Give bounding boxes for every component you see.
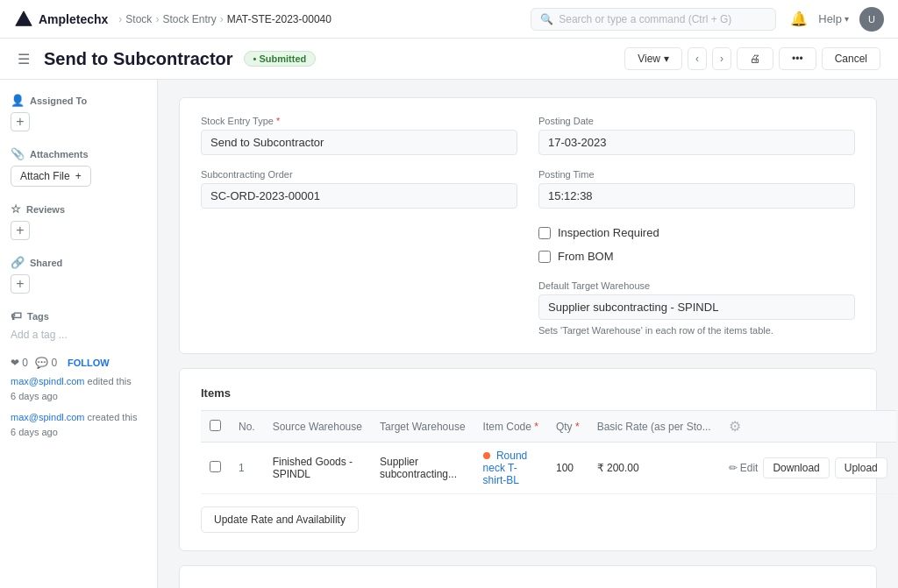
posting-time-label: Posting Time	[538, 169, 855, 180]
search-placeholder: Search or type a command (Ctrl + G)	[559, 13, 731, 25]
form-card: Stock Entry Type * Posting Date Subcontr…	[179, 97, 877, 354]
tags-section: 🏷 Tags Add a tag ...	[11, 309, 146, 341]
help-button[interactable]: Help ▾	[818, 12, 849, 25]
gear-icon[interactable]: ⚙	[729, 419, 741, 434]
app-logo[interactable]: Ampletechx	[14, 10, 108, 29]
add-shared-button[interactable]: +	[11, 274, 30, 294]
star-icon: ☆	[11, 202, 21, 216]
default-target-warehouse-input[interactable]	[538, 294, 855, 320]
subcontracting-order-group: Subcontracting Order	[201, 169, 517, 209]
col-qty: Qty *	[547, 411, 588, 443]
update-rate-button[interactable]: Update Rate and Availability	[201, 507, 359, 533]
add-tag-placeholder[interactable]: Add a tag ...	[11, 329, 68, 341]
notification-icon[interactable]: 🔔	[790, 11, 808, 27]
stock-entry-type-group: Stock Entry Type *	[201, 116, 517, 155]
inspection-required-row: Inspection Required	[538, 223, 855, 243]
row-qty: 100	[547, 443, 588, 494]
paperclip-icon: 📎	[11, 147, 25, 160]
search-icon: 🔍	[540, 13, 553, 25]
chevron-down-icon: ▾	[845, 14, 849, 24]
prev-button[interactable]: ‹	[688, 47, 707, 70]
page-title: Send to Subcontractor	[44, 49, 233, 69]
row-checkbox-cell	[201, 443, 230, 494]
tags-title: 🏷 Tags	[11, 309, 146, 322]
breadcrumb-current: MAT-STE-2023-00040	[227, 13, 331, 25]
breadcrumb-stock[interactable]: Stock	[125, 13, 152, 25]
edit-icon: ✏	[729, 462, 738, 474]
breadcrumb-stock-entry[interactable]: Stock Entry	[162, 13, 216, 25]
checkboxes-group: Inspection Required From BOM	[538, 223, 855, 266]
main-content: Stock Entry Type * Posting Date Subcontr…	[158, 80, 898, 588]
reviews-title: ☆ Reviews	[11, 202, 146, 216]
menu-icon[interactable]: ☰	[18, 51, 30, 67]
posting-time-group: Posting Time	[538, 169, 855, 209]
item-dot	[483, 452, 490, 459]
sidebar: 👤 Assigned To + 📎 Attachments Attach Fil…	[0, 80, 158, 588]
select-all-checkbox[interactable]	[210, 420, 221, 431]
app-name: Ampletechx	[39, 12, 108, 26]
activity-entry-0: max@spindl.com edited this 6 days ago	[11, 374, 146, 403]
shared-with-section: 🔗 Shared +	[11, 256, 146, 294]
col-target-warehouse: Target Warehouse	[371, 411, 474, 443]
subcontracting-order-input[interactable]	[201, 183, 517, 209]
col-basic-rate: Basic Rate (as per Sto...	[588, 411, 720, 443]
inspection-required-checkbox[interactable]	[538, 227, 551, 239]
stock-entry-type-label: Stock Entry Type *	[201, 116, 517, 126]
view-button[interactable]: View ▾	[624, 47, 682, 70]
activity-section: ❤ 0 💬 0 FOLLOW max@spindl.com edited thi…	[11, 357, 146, 439]
form-grid: Stock Entry Type * Posting Date Subcontr…	[201, 116, 855, 336]
target-warehouse-hint: Sets 'Target Warehouse' in each row of t…	[538, 325, 855, 336]
add-assigned-button[interactable]: +	[11, 112, 30, 131]
avatar[interactable]: U	[859, 7, 884, 32]
from-bom-checkbox[interactable]	[538, 251, 551, 263]
help-label: Help	[818, 12, 842, 25]
row-actions: ✏ Edit Download Upload	[720, 443, 896, 494]
row-checkbox[interactable]	[210, 461, 221, 472]
more-button[interactable]: •••	[779, 47, 816, 70]
items-card: Items No. Source Warehouse Target Wareho…	[179, 368, 877, 551]
reviews-section: ☆ Reviews +	[11, 202, 146, 240]
activity-entry-1: max@spindl.com created this 6 days ago	[11, 410, 146, 439]
row-item-code: Round neck T-shirt-BL	[474, 443, 547, 494]
posting-date-group: Posting Date	[538, 116, 855, 155]
totals-card: Total Outgoing Value (Consumption) ₹ 20,…	[179, 565, 877, 588]
items-section-title: Items	[201, 386, 855, 400]
print-button[interactable]: 🖨	[737, 47, 773, 70]
upload-button[interactable]: Upload	[835, 457, 887, 478]
assigned-to-title: 👤 Assigned To	[11, 94, 146, 107]
next-button[interactable]: ›	[712, 47, 731, 70]
add-review-button[interactable]: +	[11, 221, 30, 240]
items-table: No. Source Warehouse Target Warehouse It…	[201, 410, 896, 494]
topnav-icons: 🔔 Help ▾ U	[790, 7, 884, 32]
posting-date-label: Posting Date	[538, 116, 855, 126]
target-warehouse-group: Default Target Warehouse Sets 'Target Wa…	[538, 280, 855, 336]
topnav: Ampletechx › Stock › Stock Entry › MAT-S…	[0, 0, 898, 39]
plus-icon: +	[75, 170, 82, 182]
status-badge: • Submitted	[244, 51, 317, 67]
follow-button[interactable]: FOLLOW	[68, 358, 110, 368]
main-layout: 👤 Assigned To + 📎 Attachments Attach Fil…	[0, 80, 898, 588]
download-button[interactable]: Download	[763, 457, 829, 478]
posting-date-input[interactable]	[538, 130, 855, 155]
posting-time-input[interactable]	[538, 183, 855, 209]
header-actions: View ▾ ‹ › 🖨 ••• Cancel	[624, 47, 880, 70]
edit-button[interactable]: ✏ Edit	[729, 462, 759, 474]
items-table-body: 1 Finished Goods - SPINDL Supplier subco…	[201, 443, 896, 494]
col-checkbox	[201, 411, 230, 443]
attach-file-button[interactable]: Attach File +	[11, 166, 91, 187]
subcontracting-order-label: Subcontracting Order	[201, 169, 517, 180]
row-source-warehouse: Finished Goods - SPINDL	[264, 443, 371, 494]
col-no: No.	[230, 411, 264, 443]
stock-entry-type-input[interactable]	[201, 130, 517, 155]
left-spacer	[201, 223, 517, 266]
row-no: 1	[230, 443, 264, 494]
svg-marker-0	[16, 11, 32, 25]
user-icon: 👤	[11, 94, 25, 107]
cancel-button[interactable]: Cancel	[822, 47, 880, 70]
items-table-header: No. Source Warehouse Target Warehouse It…	[201, 411, 896, 443]
chevron-down-icon: ▾	[664, 53, 669, 65]
share-icon: 🔗	[11, 256, 25, 269]
search-bar[interactable]: 🔍 Search or type a command (Ctrl + G)	[531, 8, 776, 31]
from-bom-row: From BOM	[538, 246, 855, 266]
col-item-code: Item Code *	[474, 411, 547, 443]
